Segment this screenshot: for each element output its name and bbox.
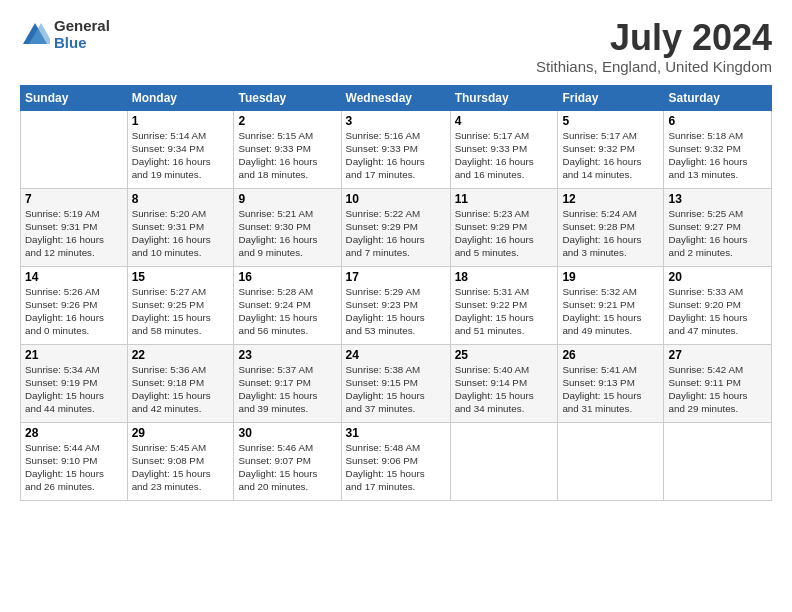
- day-cell: 13Sunrise: 5:25 AM Sunset: 9:27 PM Dayli…: [664, 188, 772, 266]
- col-wednesday: Wednesday: [341, 85, 450, 110]
- day-info: Sunrise: 5:25 AM Sunset: 9:27 PM Dayligh…: [668, 207, 767, 260]
- day-info: Sunrise: 5:21 AM Sunset: 9:30 PM Dayligh…: [238, 207, 336, 260]
- week-row-5: 28Sunrise: 5:44 AM Sunset: 9:10 PM Dayli…: [21, 422, 772, 500]
- day-cell: 25Sunrise: 5:40 AM Sunset: 9:14 PM Dayli…: [450, 344, 558, 422]
- logo: General Blue: [20, 18, 110, 51]
- day-number: 9: [238, 192, 336, 206]
- day-cell: [450, 422, 558, 500]
- day-number: 30: [238, 426, 336, 440]
- day-cell: 18Sunrise: 5:31 AM Sunset: 9:22 PM Dayli…: [450, 266, 558, 344]
- day-number: 22: [132, 348, 230, 362]
- day-cell: 29Sunrise: 5:45 AM Sunset: 9:08 PM Dayli…: [127, 422, 234, 500]
- day-cell: 24Sunrise: 5:38 AM Sunset: 9:15 PM Dayli…: [341, 344, 450, 422]
- day-number: 4: [455, 114, 554, 128]
- day-cell: 31Sunrise: 5:48 AM Sunset: 9:06 PM Dayli…: [341, 422, 450, 500]
- day-info: Sunrise: 5:38 AM Sunset: 9:15 PM Dayligh…: [346, 363, 446, 416]
- day-info: Sunrise: 5:44 AM Sunset: 9:10 PM Dayligh…: [25, 441, 123, 494]
- day-cell: 5Sunrise: 5:17 AM Sunset: 9:32 PM Daylig…: [558, 110, 664, 188]
- day-cell: 11Sunrise: 5:23 AM Sunset: 9:29 PM Dayli…: [450, 188, 558, 266]
- day-cell: 27Sunrise: 5:42 AM Sunset: 9:11 PM Dayli…: [664, 344, 772, 422]
- day-info: Sunrise: 5:41 AM Sunset: 9:13 PM Dayligh…: [562, 363, 659, 416]
- day-cell: 8Sunrise: 5:20 AM Sunset: 9:31 PM Daylig…: [127, 188, 234, 266]
- day-cell: 9Sunrise: 5:21 AM Sunset: 9:30 PM Daylig…: [234, 188, 341, 266]
- day-number: 26: [562, 348, 659, 362]
- day-number: 29: [132, 426, 230, 440]
- day-number: 28: [25, 426, 123, 440]
- day-cell: 3Sunrise: 5:16 AM Sunset: 9:33 PM Daylig…: [341, 110, 450, 188]
- header: General Blue July 2024 Stithians, Englan…: [20, 18, 772, 75]
- day-cell: [21, 110, 128, 188]
- title-block: July 2024 Stithians, England, United Kin…: [536, 18, 772, 75]
- day-cell: 30Sunrise: 5:46 AM Sunset: 9:07 PM Dayli…: [234, 422, 341, 500]
- col-sunday: Sunday: [21, 85, 128, 110]
- logo-text: General Blue: [54, 18, 110, 51]
- day-number: 11: [455, 192, 554, 206]
- day-info: Sunrise: 5:32 AM Sunset: 9:21 PM Dayligh…: [562, 285, 659, 338]
- day-info: Sunrise: 5:18 AM Sunset: 9:32 PM Dayligh…: [668, 129, 767, 182]
- day-number: 18: [455, 270, 554, 284]
- day-number: 5: [562, 114, 659, 128]
- day-info: Sunrise: 5:17 AM Sunset: 9:33 PM Dayligh…: [455, 129, 554, 182]
- day-number: 7: [25, 192, 123, 206]
- day-cell: 16Sunrise: 5:28 AM Sunset: 9:24 PM Dayli…: [234, 266, 341, 344]
- day-number: 10: [346, 192, 446, 206]
- day-cell: [558, 422, 664, 500]
- day-info: Sunrise: 5:40 AM Sunset: 9:14 PM Dayligh…: [455, 363, 554, 416]
- day-cell: 2Sunrise: 5:15 AM Sunset: 9:33 PM Daylig…: [234, 110, 341, 188]
- day-cell: 19Sunrise: 5:32 AM Sunset: 9:21 PM Dayli…: [558, 266, 664, 344]
- day-info: Sunrise: 5:33 AM Sunset: 9:20 PM Dayligh…: [668, 285, 767, 338]
- day-cell: 10Sunrise: 5:22 AM Sunset: 9:29 PM Dayli…: [341, 188, 450, 266]
- day-cell: 23Sunrise: 5:37 AM Sunset: 9:17 PM Dayli…: [234, 344, 341, 422]
- month-title: July 2024: [536, 18, 772, 58]
- day-cell: 6Sunrise: 5:18 AM Sunset: 9:32 PM Daylig…: [664, 110, 772, 188]
- col-friday: Friday: [558, 85, 664, 110]
- day-cell: 17Sunrise: 5:29 AM Sunset: 9:23 PM Dayli…: [341, 266, 450, 344]
- day-number: 8: [132, 192, 230, 206]
- day-number: 12: [562, 192, 659, 206]
- day-info: Sunrise: 5:20 AM Sunset: 9:31 PM Dayligh…: [132, 207, 230, 260]
- day-info: Sunrise: 5:29 AM Sunset: 9:23 PM Dayligh…: [346, 285, 446, 338]
- day-info: Sunrise: 5:27 AM Sunset: 9:25 PM Dayligh…: [132, 285, 230, 338]
- day-number: 1: [132, 114, 230, 128]
- week-row-3: 14Sunrise: 5:26 AM Sunset: 9:26 PM Dayli…: [21, 266, 772, 344]
- day-number: 24: [346, 348, 446, 362]
- day-info: Sunrise: 5:15 AM Sunset: 9:33 PM Dayligh…: [238, 129, 336, 182]
- day-info: Sunrise: 5:22 AM Sunset: 9:29 PM Dayligh…: [346, 207, 446, 260]
- col-tuesday: Tuesday: [234, 85, 341, 110]
- col-thursday: Thursday: [450, 85, 558, 110]
- calendar-table: Sunday Monday Tuesday Wednesday Thursday…: [20, 85, 772, 501]
- day-number: 23: [238, 348, 336, 362]
- day-info: Sunrise: 5:24 AM Sunset: 9:28 PM Dayligh…: [562, 207, 659, 260]
- day-cell: 21Sunrise: 5:34 AM Sunset: 9:19 PM Dayli…: [21, 344, 128, 422]
- logo-general: General: [54, 18, 110, 35]
- day-info: Sunrise: 5:26 AM Sunset: 9:26 PM Dayligh…: [25, 285, 123, 338]
- day-info: Sunrise: 5:46 AM Sunset: 9:07 PM Dayligh…: [238, 441, 336, 494]
- day-cell: 22Sunrise: 5:36 AM Sunset: 9:18 PM Dayli…: [127, 344, 234, 422]
- day-number: 31: [346, 426, 446, 440]
- day-number: 21: [25, 348, 123, 362]
- day-cell: [664, 422, 772, 500]
- day-info: Sunrise: 5:17 AM Sunset: 9:32 PM Dayligh…: [562, 129, 659, 182]
- day-cell: 20Sunrise: 5:33 AM Sunset: 9:20 PM Dayli…: [664, 266, 772, 344]
- day-number: 14: [25, 270, 123, 284]
- day-info: Sunrise: 5:36 AM Sunset: 9:18 PM Dayligh…: [132, 363, 230, 416]
- day-number: 16: [238, 270, 336, 284]
- day-number: 2: [238, 114, 336, 128]
- day-number: 15: [132, 270, 230, 284]
- day-cell: 12Sunrise: 5:24 AM Sunset: 9:28 PM Dayli…: [558, 188, 664, 266]
- day-info: Sunrise: 5:37 AM Sunset: 9:17 PM Dayligh…: [238, 363, 336, 416]
- header-row: Sunday Monday Tuesday Wednesday Thursday…: [21, 85, 772, 110]
- week-row-4: 21Sunrise: 5:34 AM Sunset: 9:19 PM Dayli…: [21, 344, 772, 422]
- day-number: 13: [668, 192, 767, 206]
- day-info: Sunrise: 5:16 AM Sunset: 9:33 PM Dayligh…: [346, 129, 446, 182]
- location-title: Stithians, England, United Kingdom: [536, 58, 772, 75]
- day-info: Sunrise: 5:42 AM Sunset: 9:11 PM Dayligh…: [668, 363, 767, 416]
- page: General Blue July 2024 Stithians, Englan…: [0, 0, 792, 511]
- day-cell: 26Sunrise: 5:41 AM Sunset: 9:13 PM Dayli…: [558, 344, 664, 422]
- day-info: Sunrise: 5:23 AM Sunset: 9:29 PM Dayligh…: [455, 207, 554, 260]
- day-info: Sunrise: 5:14 AM Sunset: 9:34 PM Dayligh…: [132, 129, 230, 182]
- day-info: Sunrise: 5:48 AM Sunset: 9:06 PM Dayligh…: [346, 441, 446, 494]
- week-row-2: 7Sunrise: 5:19 AM Sunset: 9:31 PM Daylig…: [21, 188, 772, 266]
- day-cell: 7Sunrise: 5:19 AM Sunset: 9:31 PM Daylig…: [21, 188, 128, 266]
- logo-icon: [20, 20, 50, 50]
